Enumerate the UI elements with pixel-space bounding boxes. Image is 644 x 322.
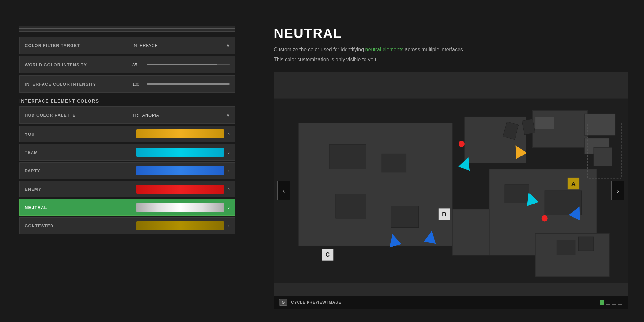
interface-intensity-fill [147,83,230,85]
color-filter-target-label: COLOR FILTER TARGET [25,43,121,48]
interface-color-intensity-label: INTERFACE COLOR INTENSITY [25,82,121,87]
hud-color-palette-value: TRITANOPIA [132,113,226,118]
desc-highlight: neutral elements [365,47,403,52]
world-intensity-slider[interactable]: 85 [132,62,230,67]
top-divider [19,26,235,32]
party-color-row[interactable]: PARTY › [19,162,235,179]
hud-color-palette-dropdown-icon: ∨ [226,112,230,118]
row-divider [127,203,127,212]
map-nav-left-button[interactable]: ‹ [277,181,290,200]
world-intensity-value: 85 [132,62,142,67]
row-divider [127,185,127,194]
row-divider [127,166,127,175]
team-color-swatch [136,148,224,157]
svg-rect-21 [594,147,612,166]
interface-intensity-slider[interactable]: 100 [132,82,230,87]
interface-color-intensity-row[interactable]: INTERFACE COLOR INTENSITY 100 [19,75,235,93]
svg-point-28 [459,141,465,147]
map-dots-container [600,300,622,305]
map-dot-3[interactable] [612,300,616,305]
svg-rect-13 [391,206,419,228]
row-divider [127,221,127,230]
you-chevron-icon: › [228,131,230,137]
svg-point-29 [542,215,548,221]
svg-text:A: A [571,180,576,187]
world-color-intensity-label: WORLD COLOR INTENSITY [25,62,121,67]
enemy-chevron-icon: › [228,186,230,192]
interface-intensity-track[interactable] [147,83,230,85]
you-color-swatch [136,129,224,138]
svg-rect-6 [452,209,489,255]
svg-rect-16 [557,240,575,255]
neutral-color-swatch [136,203,224,212]
svg-rect-8 [584,114,615,135]
hud-color-palette-row[interactable]: HUD COLOR PALETTE TRITANOPIA ∨ [19,106,235,124]
color-filter-target-row[interactable]: COLOR FILTER TARGET INTERFACE ∨ [19,37,235,54]
svg-rect-14 [505,185,529,203]
enemy-label: ENEMY [25,187,121,192]
svg-text:C: C [325,251,330,258]
row-divider [127,148,127,157]
map-svg: C B A [274,72,628,309]
team-chevron-icon: › [228,150,230,155]
svg-rect-11 [382,154,406,172]
neutral-color-row[interactable]: NEUTRAL › [19,199,235,216]
color-filter-target-value: INTERFACE [132,43,226,48]
party-color-swatch [136,166,224,175]
neutral-description: Customize the color used for identifying… [274,46,628,53]
row-divider [127,129,127,138]
team-color-row[interactable]: TEAM › [19,144,235,161]
contested-label: CONTESTED [25,223,121,228]
world-color-intensity-row[interactable]: WORLD COLOR INTENSITY 85 [19,56,235,73]
map-bottom-bar: G CYCLE PREVIEW IMAGE [274,296,628,309]
row-divider [127,80,127,89]
you-color-row[interactable]: YOU › [19,126,235,142]
neutral-chevron-icon: › [228,205,230,210]
svg-rect-1 [298,123,452,246]
party-label: PARTY [25,168,121,173]
enemy-color-row[interactable]: ENEMY › [19,181,235,197]
cycle-key-badge: G [279,299,287,306]
world-intensity-fill [147,64,217,65]
map-dot-1[interactable] [600,300,604,305]
interface-element-colors-header: INTERFACE ELEMENT COLORS [19,95,235,106]
row-divider [127,41,127,50]
cycle-label-text: CYCLE PREVIEW IMAGE [291,300,341,305]
row-divider [127,60,127,69]
svg-rect-10 [329,145,366,169]
svg-rect-19 [522,119,535,135]
map-container: C B A ‹ › G CYCLE PR [274,72,628,309]
right-panel: NEUTRAL Customize the color used for ide… [254,0,644,322]
neutral-title: NEUTRAL [274,26,628,41]
map-dot-4[interactable] [618,300,622,305]
left-panel: COLOR FILTER TARGET INTERFACE ∨ WORLD CO… [0,0,254,322]
row-divider [127,110,127,119]
neutral-note: This color customization is only visible… [274,57,628,62]
svg-rect-12 [336,194,366,218]
svg-rect-4 [535,117,554,129]
hud-color-palette-label: HUD COLOR PALETTE [25,113,121,118]
team-label: TEAM [25,150,121,155]
desc-post: across multiple interfaces. [403,47,464,52]
enemy-color-swatch [136,185,224,194]
svg-text:B: B [442,211,447,218]
neutral-label: NEUTRAL [25,205,121,210]
svg-rect-17 [578,237,594,251]
contested-color-row[interactable]: CONTESTED › [19,217,235,234]
you-label: YOU [25,132,121,137]
interface-intensity-value: 100 [132,82,142,87]
color-filter-target-dropdown-icon: ∨ [226,43,230,48]
map-dot-2[interactable] [606,300,610,305]
world-intensity-track[interactable] [147,64,230,65]
party-chevron-icon: › [228,168,230,173]
desc-pre: Customize the color used for identifying [274,47,365,52]
contested-chevron-icon: › [228,223,230,228]
map-nav-right-button[interactable]: › [611,181,624,200]
contested-color-swatch [136,221,224,230]
